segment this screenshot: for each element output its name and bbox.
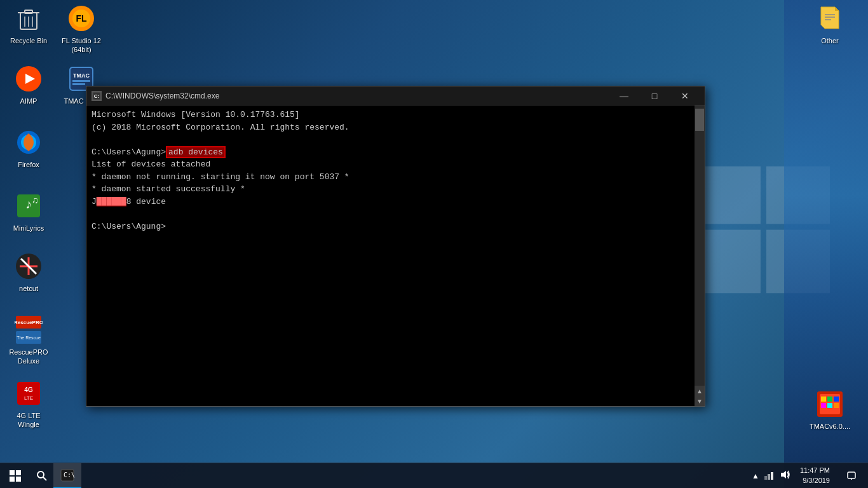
svg-rect-49 — [10, 477, 15, 482]
svg-point-51 — [37, 471, 44, 478]
cmd-scrollbar-track[interactable]: ▲ ▼ — [695, 105, 705, 406]
cmd-window: C: C:\WINDOWS\system32\cmd.exe ― □ ✕ Mic… — [86, 86, 705, 407]
cmd-maximize-button[interactable]: □ — [640, 86, 669, 105]
svg-rect-48 — [16, 470, 21, 475]
cmd-scroll-down[interactable]: ▼ — [695, 396, 705, 406]
cmd-line-prompt1: C:\Users\Agung>adb devices — [92, 146, 700, 159]
fl-studio-icon[interactable]: FL FL Studio 12(64bit) — [56, 3, 107, 55]
svg-text:LTE: LTE — [24, 395, 33, 401]
taskbar-right: ▲ 11:47 PM 9/3/2019 — [752, 463, 868, 489]
svg-text:♪: ♪ — [25, 197, 32, 211]
cmd-close-button[interactable]: ✕ — [670, 86, 700, 105]
minilyrics-label: MiniLyrics — [13, 224, 44, 233]
cmd-line-daemon1: * daemon not running. starting it now on… — [92, 171, 700, 184]
taskbar: C:\ ▲ — [0, 463, 868, 488]
cmd-device-id: ██████ — [97, 197, 126, 207]
fl-studio-label: FL Studio 12(64bit) — [62, 36, 101, 55]
lte-icon[interactable]: 4G LTE 4G LTEWingle — [3, 378, 54, 430]
firefox-icon[interactable]: Firefox — [3, 127, 54, 169]
cmd-line-device: J██████8 device — [92, 196, 700, 208]
svg-rect-39 — [821, 396, 826, 402]
cmd-titlebar-icon: C: — [92, 91, 102, 101]
minilyrics-icon[interactable]: ♪ ♫ MiniLyrics — [3, 191, 54, 233]
svg-rect-6 — [25, 10, 32, 13]
taskbar-network-icon[interactable] — [764, 470, 775, 482]
taskbar-notifications-button[interactable] — [840, 463, 863, 489]
taskbar-time: 11:47 PM — [800, 466, 830, 475]
svg-rect-50 — [16, 477, 21, 482]
cmd-highlighted-command: adb devices — [166, 146, 226, 158]
cmd-content[interactable]: Microsoft Windows [Version 10.0.17763.61… — [86, 105, 705, 406]
svg-rect-44 — [834, 403, 839, 408]
start-button[interactable] — [0, 463, 31, 489]
taskbar-volume-icon[interactable] — [780, 470, 790, 482]
recycle-bin-label: Recycle Bin — [10, 36, 47, 45]
taskbar-search-button[interactable] — [31, 463, 53, 489]
svg-text:C:: C: — [94, 93, 99, 99]
other-label: Other — [821, 36, 839, 45]
svg-rect-43 — [827, 403, 832, 408]
cmd-line-daemon2: * daemon started successfully * — [92, 183, 700, 196]
svg-rect-55 — [764, 476, 767, 480]
svg-rect-18 — [72, 83, 85, 85]
svg-text:TMAC: TMAC — [73, 72, 90, 79]
aimp-icon[interactable]: AIMP — [3, 64, 54, 105]
cmd-minimize-button[interactable]: ― — [609, 86, 639, 105]
svg-rect-40 — [827, 396, 832, 402]
cmd-line-2: (c) 2018 Microsoft Corporation. All righ… — [92, 121, 700, 134]
rescuepro-label: RescuePRODeluxe — [9, 348, 48, 366]
svg-rect-17 — [72, 80, 90, 82]
svg-rect-59 — [848, 472, 855, 478]
svg-marker-58 — [781, 471, 786, 478]
svg-text:♫: ♫ — [32, 195, 39, 205]
cmd-controls: ― □ ✕ — [609, 86, 700, 105]
cmd-scroll-up[interactable]: ▲ — [695, 386, 705, 396]
cmd-title-text: C:\WINDOWS\system32\cmd.exe — [105, 92, 609, 100]
rescuepro-icon[interactable]: RescuePRO The Rescue RescuePRODeluxe — [3, 315, 54, 366]
taskbar-show-hidden-button[interactable]: ▲ — [752, 471, 759, 480]
svg-text:The Rescue: The Rescue — [17, 336, 41, 340]
svg-rect-56 — [768, 474, 770, 480]
svg-rect-47 — [10, 470, 15, 475]
taskbar-date: 9/3/2019 — [800, 476, 830, 485]
tmacv6-label: TMACv6.0.... — [810, 422, 850, 431]
svg-text:FL: FL — [76, 13, 87, 24]
cmd-scrollbar-thumb[interactable] — [695, 109, 704, 131]
tmacv6-icon[interactable]: TMACv6.0.... — [804, 389, 855, 431]
svg-rect-42 — [821, 403, 826, 408]
svg-text:4G: 4G — [24, 386, 33, 393]
svg-rect-41 — [834, 396, 839, 402]
cmd-line-1: Microsoft Windows [Version 10.0.17763.61… — [92, 109, 700, 121]
other-icon[interactable]: Other — [804, 3, 855, 45]
svg-rect-0 — [703, 166, 761, 224]
recycle-bin-icon[interactable]: Recycle Bin — [3, 3, 54, 45]
aimp-label: AIMP — [20, 97, 37, 105]
taskbar-cmd-button[interactable]: C:\ — [53, 463, 81, 489]
svg-line-52 — [43, 477, 46, 480]
cmd-line-prompt2: C:\Users\Agung> — [92, 220, 700, 233]
taskbar-clock[interactable]: 11:47 PM 9/3/2019 — [795, 466, 835, 485]
netcut-label: netcut — [19, 284, 38, 293]
netcut-icon[interactable]: netcut — [3, 251, 54, 293]
svg-rect-2 — [703, 230, 761, 294]
svg-text:RescuePRO: RescuePRO — [15, 320, 43, 325]
svg-rect-31 — [17, 382, 40, 405]
desktop: Recycle Bin FL FL Studio 12(64bit) AIMP … — [0, 0, 868, 488]
firefox-label: Firefox — [18, 160, 39, 169]
lte-label: 4G LTEWingle — [17, 411, 40, 430]
cmd-line-list: List of devices attached — [92, 158, 700, 171]
svg-text:C:\: C:\ — [64, 471, 74, 478]
cmd-titlebar: C: C:\WINDOWS\system32\cmd.exe ― □ ✕ — [86, 86, 705, 105]
cmd-line-blank2 — [92, 208, 700, 220]
cmd-line-blank — [92, 133, 700, 146]
svg-rect-57 — [771, 472, 773, 480]
